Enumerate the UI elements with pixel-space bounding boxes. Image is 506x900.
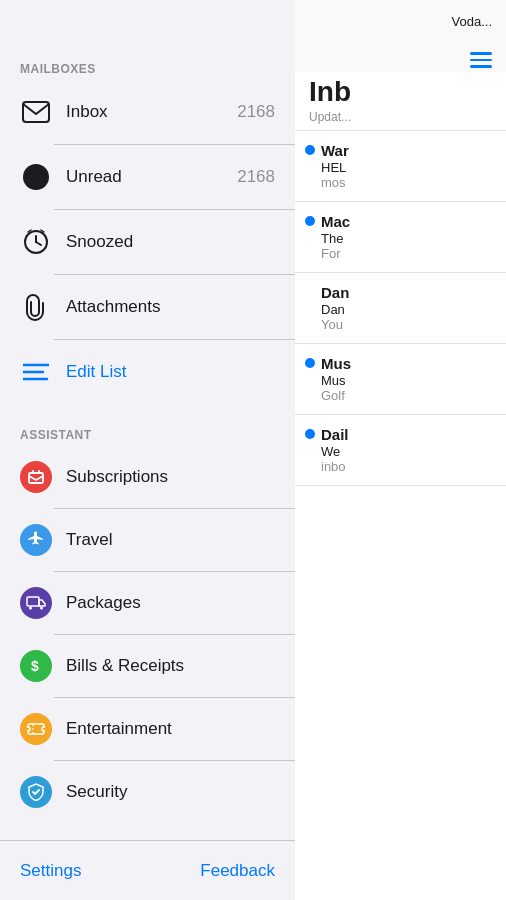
divider [54, 274, 295, 275]
sidebar-item-entertainment[interactable]: Entertainment [0, 702, 295, 756]
email-sender: Dan [321, 284, 349, 301]
dollar-icon: $ [20, 650, 52, 682]
bills-label: Bills & Receipts [66, 656, 184, 676]
hamburger-line [470, 65, 492, 68]
sidebar-item-subscriptions[interactable]: Subscriptions [0, 450, 295, 504]
divider [54, 760, 295, 761]
inbox-count: 2168 [237, 102, 275, 122]
read-spacer [305, 287, 315, 297]
email-list: War HEL mos Mac The For Dan Dan You Mu [295, 131, 506, 901]
sidebar-item-unread[interactable]: Unread 2168 [0, 149, 295, 205]
hamburger-area [295, 44, 506, 72]
divider [54, 144, 295, 145]
email-updated-text: Updat... [309, 110, 492, 124]
email-panel-topbar: Voda... [295, 0, 506, 44]
unread-icon [20, 161, 52, 193]
table-row[interactable]: Dan Dan You [295, 273, 506, 344]
paperclip-icon [20, 291, 52, 323]
inbox-label: Inbox [66, 102, 231, 122]
email-title-bar: Inb Updat... [295, 72, 506, 131]
email-subject: Dan [305, 302, 492, 317]
unread-dot-indicator [305, 145, 315, 155]
divider [54, 209, 295, 210]
security-label: Security [66, 782, 127, 802]
entertainment-label: Entertainment [66, 719, 172, 739]
table-row[interactable]: War HEL mos [295, 131, 506, 202]
sidebar-item-snoozed[interactable]: Snoozed [0, 214, 295, 270]
sidebar-item-travel[interactable]: Travel [0, 513, 295, 567]
email-preview: You [305, 317, 492, 332]
svg-point-14 [40, 607, 43, 610]
unread-dot-indicator [305, 216, 315, 226]
mailboxes-list: Inbox 2168 Unread 2168 [0, 84, 295, 400]
status-bar [0, 0, 295, 44]
email-subject: The [305, 231, 492, 246]
unread-label: Unread [66, 167, 231, 187]
svg-text:$: $ [31, 658, 39, 674]
carrier-text: Voda... [452, 14, 492, 29]
email-preview: inbo [305, 459, 492, 474]
ticket-icon [20, 713, 52, 745]
email-sender: Mus [321, 355, 351, 372]
divider [54, 339, 295, 340]
subscriptions-label: Subscriptions [66, 467, 168, 487]
table-row[interactable]: Dail We inbo [295, 415, 506, 486]
unread-dot-indicator [305, 429, 315, 439]
hamburger-menu-icon[interactable] [470, 52, 492, 68]
hamburger-line [470, 52, 492, 55]
assistant-header: ASSISTANT [0, 410, 295, 450]
email-sender: War [321, 142, 349, 159]
snoozed-label: Snoozed [66, 232, 275, 252]
bottom-bar: Settings Feedback [0, 840, 295, 900]
email-sender: Dail [321, 426, 349, 443]
feedback-button[interactable]: Feedback [200, 861, 275, 881]
sidebar-item-attachments[interactable]: Attachments [0, 279, 295, 335]
edit-list-icon [20, 356, 52, 388]
sidebar-item-security[interactable]: Security [0, 765, 295, 819]
subscriptions-icon [20, 461, 52, 493]
shield-icon [20, 776, 52, 808]
email-sender: Mac [321, 213, 350, 230]
travel-label: Travel [66, 530, 113, 550]
sidebar-item-bills[interactable]: $ Bills & Receipts [0, 639, 295, 693]
email-subject: HEL [305, 160, 492, 175]
divider [54, 634, 295, 635]
airplane-icon [20, 524, 52, 556]
settings-button[interactable]: Settings [20, 861, 81, 881]
svg-point-17 [27, 727, 30, 731]
sidebar-item-packages[interactable]: Packages [0, 576, 295, 630]
table-row[interactable]: Mac The For [295, 202, 506, 273]
unread-count: 2168 [237, 167, 275, 187]
unread-dot-indicator [305, 358, 315, 368]
divider [54, 697, 295, 698]
svg-rect-0 [23, 102, 49, 122]
email-subject: We [305, 444, 492, 459]
hamburger-line [470, 59, 492, 62]
divider [54, 571, 295, 572]
svg-rect-12 [27, 597, 39, 606]
email-panel: Voda... Inb Updat... War HEL mos Mac [295, 0, 506, 900]
email-preview: For [305, 246, 492, 261]
sidebar-item-edit-list[interactable]: Edit List [0, 344, 295, 400]
svg-line-3 [36, 242, 41, 245]
email-subject: Mus [305, 373, 492, 388]
packages-label: Packages [66, 593, 141, 613]
clock-icon [20, 226, 52, 258]
truck-icon [20, 587, 52, 619]
sidebar: MAILBOXES Inbox 2168 Unread 2168 [0, 0, 295, 900]
table-row[interactable]: Mus Mus Golf [295, 344, 506, 415]
sidebar-item-inbox[interactable]: Inbox 2168 [0, 84, 295, 140]
email-inbox-title: Inb [309, 76, 492, 108]
svg-point-13 [29, 607, 32, 610]
divider [54, 508, 295, 509]
email-preview: Golf [305, 388, 492, 403]
attachments-label: Attachments [66, 297, 275, 317]
email-preview: mos [305, 175, 492, 190]
svg-point-18 [42, 727, 45, 731]
envelope-icon [20, 96, 52, 128]
mailboxes-header: MAILBOXES [0, 44, 295, 84]
edit-list-label: Edit List [66, 362, 275, 382]
